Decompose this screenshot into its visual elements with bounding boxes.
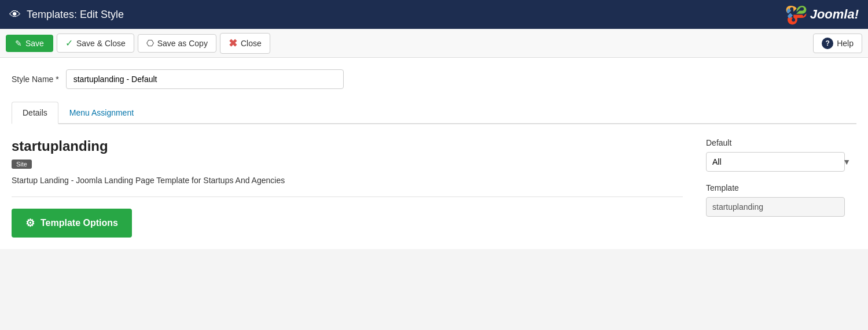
header-left: 👁 Templates: Edit Style — [9, 8, 124, 21]
content-right: Default All ▼ Template — [706, 138, 856, 238]
save-copy-button[interactable]: ⎔ Save as Copy — [138, 34, 216, 53]
header-bar: 👁 Templates: Edit Style Joomla! — [0, 0, 868, 29]
save-close-label: Save & Close — [76, 39, 126, 48]
template-field — [706, 197, 845, 217]
default-label: Default — [706, 138, 856, 147]
content-area: startuplanding Site Startup Landing - Jo… — [12, 138, 856, 238]
template-name: startuplanding — [12, 138, 683, 154]
template-field-label: Template — [706, 183, 856, 192]
checkmark-icon: ✓ — [65, 38, 73, 49]
help-icon: ? — [822, 38, 833, 49]
template-options-button[interactable]: ⚙ Template Options — [12, 209, 132, 238]
close-icon: ✖ — [229, 37, 237, 50]
style-name-label: Style Name * — [12, 75, 59, 84]
tab-menu-assignment[interactable]: Menu Assignment — [58, 102, 145, 124]
save-button[interactable]: ✎ Save — [6, 35, 53, 52]
eye-icon: 👁 — [9, 8, 21, 21]
joomla-brand-text: Joomla! — [810, 7, 859, 22]
template-description: Startup Landing - Joomla Landing Page Te… — [12, 176, 683, 185]
copy-icon: ⎔ — [146, 38, 154, 49]
template-options-label: Template Options — [41, 218, 118, 228]
content-left: startuplanding Site Startup Landing - Jo… — [12, 138, 683, 238]
site-badge: Site — [12, 160, 32, 169]
default-select[interactable]: All — [706, 152, 845, 172]
help-label: Help — [837, 39, 854, 48]
save-copy-label: Save as Copy — [157, 39, 208, 48]
close-label: Close — [241, 39, 262, 48]
joomla-logo-icon — [786, 4, 807, 25]
main-content: Style Name * Details Menu Assignment sta… — [0, 58, 868, 249]
gear-icon: ⚙ — [25, 217, 35, 229]
style-name-row: Style Name * — [12, 69, 856, 89]
tabs: Details Menu Assignment — [12, 101, 856, 124]
help-button[interactable]: ? Help — [813, 34, 862, 53]
toolbar: ✎ Save ✓ Save & Close ⎔ Save as Copy ✖ C… — [0, 29, 868, 58]
joomla-logo: Joomla! — [786, 4, 859, 25]
save-label: Save — [25, 39, 44, 48]
save-icon: ✎ — [15, 39, 22, 48]
page-title: Templates: Edit Style — [27, 9, 124, 21]
style-name-input[interactable] — [66, 69, 344, 89]
divider — [12, 196, 683, 197]
close-button[interactable]: ✖ Close — [220, 33, 270, 54]
save-close-button[interactable]: ✓ Save & Close — [57, 34, 134, 53]
tab-details[interactable]: Details — [12, 102, 58, 124]
default-select-wrapper: All ▼ — [706, 152, 856, 172]
